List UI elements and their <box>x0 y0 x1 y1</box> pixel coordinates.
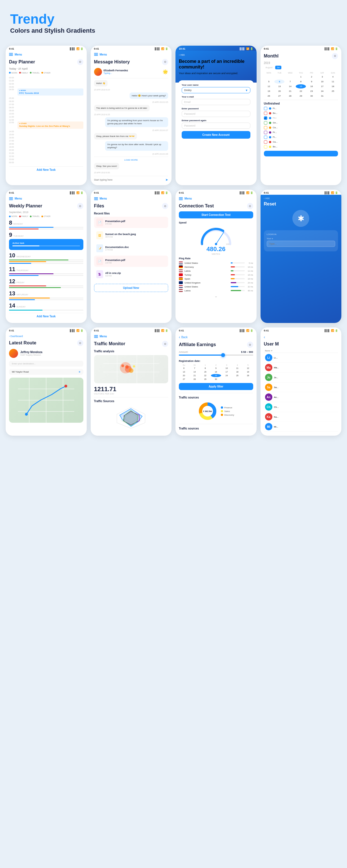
email-input[interactable] <box>182 99 250 105</box>
svg-text:40: 40 <box>212 227 214 229</box>
registration-calendar: Su 31 1 2 3 4 5 6 7 8 9 10 11 12 13 14 1… <box>179 364 253 381</box>
expand-icon[interactable]: ⌄ <box>214 293 218 298</box>
action-button[interactable] <box>264 151 338 156</box>
file-item[interactable]: 🗜 All in one.zip 319 KB <box>94 269 168 280</box>
destination-input[interactable]: Enter your destination... <box>9 361 83 367</box>
file-item[interactable]: 📄 Presentation.pdf 379 KB <box>94 217 168 228</box>
settings-button[interactable]: ⚙ <box>247 342 253 348</box>
divider <box>94 78 168 79</box>
file-item[interactable]: 📄 Presentation.pdf 134 KB <box>94 256 168 267</box>
create-account-button[interactable]: Create New Account <box>182 131 250 138</box>
back-nav[interactable]: ‹ Dashboard <box>9 335 23 338</box>
table-row[interactable]: Ma Ma... <box>264 363 338 373</box>
time-slot-work: 04:00 ● WORK FITC Toronto 2018 <box>9 89 83 96</box>
file-icon-img: 🖼 <box>96 231 103 239</box>
file-icon-pdf: 📄 <box>96 218 103 226</box>
menu-icon[interactable] <box>94 335 98 338</box>
reset-icon: ✱ <box>292 210 309 227</box>
menu-icon[interactable] <box>179 197 183 200</box>
apply-filter-button[interactable]: Apply filter <box>179 383 253 390</box>
signal-icon: ▌▌▌ <box>325 329 330 332</box>
svg-point-12 <box>64 385 67 388</box>
table-row[interactable]: Jo Jo... <box>264 373 338 382</box>
menu-icon[interactable] <box>9 53 13 56</box>
flag-us <box>179 285 183 288</box>
connection-test-screen: 9:41 ▌▌▌ 📶 🔋 Menu Connection Test ⚙ Star… <box>176 190 257 323</box>
status-bar: 9:41 ▌▌▌ 📶 🔋 <box>260 328 342 333</box>
flag-gb <box>179 281 183 284</box>
battery-icon: 🔋 <box>165 191 168 194</box>
settings-button[interactable]: ⚙ <box>332 53 338 59</box>
settings-button[interactable]: ⚙ <box>247 203 253 209</box>
battery-icon: 🔋 <box>250 191 253 194</box>
flag-lv <box>179 270 183 272</box>
settings-button[interactable]: ⚙ <box>77 59 83 65</box>
file-item[interactable]: 🖼 Sunset on the beach.jpeg 4870 KB <box>94 230 168 241</box>
file-item[interactable]: 📝 Documentation.doc 1776 KB <box>94 243 168 254</box>
table-row[interactable]: Mi Mi... <box>264 422 338 432</box>
settings-button[interactable]: ⚙ <box>77 340 83 346</box>
signal-icon: ▌▌▌ <box>155 329 160 332</box>
confirm-password-input[interactable] <box>182 123 250 129</box>
task-item: Ca... <box>264 126 338 129</box>
signal-icon: ▌▌▌ <box>155 191 160 194</box>
nav-bar: Menu <box>94 335 168 338</box>
month-btn-sep[interactable]: Se <box>275 66 281 69</box>
message-input-row[interactable]: ➤ <box>94 176 168 182</box>
message-bubble: I'm picking up something from your mom's… <box>105 117 168 127</box>
amount-slider[interactable] <box>179 354 253 355</box>
week-day: 11 THURSDAY <box>9 266 83 276</box>
flag-lv <box>179 289 183 292</box>
wifi-icon: 📶 <box>161 191 164 194</box>
divider <box>264 100 338 100</box>
settings-button[interactable]: ⚙ <box>162 341 168 347</box>
send-icon[interactable]: ➤ <box>165 178 168 182</box>
month-btn-aug[interactable]: August <box>264 66 274 69</box>
avatar: Ka <box>265 413 272 421</box>
table-row[interactable]: Sa Sa... <box>264 382 338 392</box>
wifi-icon: 📶 <box>246 191 249 194</box>
latest-route-screen: 9:41 ▌▌▌ 📶 🔋 ‹ Dashboard Latest Route ⚙ <box>6 328 87 436</box>
week-day: 9 TUESDAY Active task <box>9 231 83 250</box>
menu-icon[interactable] <box>94 53 98 56</box>
files-screen: 9:41 ▌▌▌ 📶 🔋 Menu Files ⚙ Recent files <box>91 190 172 323</box>
back-nav[interactable]: ‹ <box>264 335 338 339</box>
status-bar: 9:41 ▌▌▌ 📶 🔋 <box>91 328 172 333</box>
wifi-icon: 📶 <box>161 329 164 332</box>
signal-icon: ▌▌▌ <box>240 48 245 50</box>
back-icon: ‹ <box>264 197 265 200</box>
battery-icon: 🔋 <box>250 48 253 50</box>
table-row[interactable]: An An... <box>264 392 338 402</box>
back-nav[interactable]: ‹ HIX <box>264 197 338 200</box>
status-bar: 9:41 ▌▌▌ 📶 🔋 <box>6 45 87 51</box>
signal-icon: ▌▌▌ <box>155 48 160 50</box>
settings-button[interactable]: ⚙ <box>162 59 168 65</box>
table-row[interactable]: Ch Ch... <box>264 402 338 412</box>
current-location: 987 Naylor Road ⊕ <box>9 369 83 375</box>
message-input[interactable] <box>94 178 164 181</box>
settings-button[interactable]: ⚙ <box>77 203 83 209</box>
table-row[interactable]: Ka Ka... <box>264 412 338 422</box>
add-task-button[interactable]: Add New Task <box>9 313 83 319</box>
add-task-button[interactable]: Add New Task <box>9 166 83 173</box>
back-nav[interactable]: ‹ Back <box>179 335 253 339</box>
password-input[interactable] <box>182 111 250 117</box>
wifi-icon: 📶 <box>246 48 249 50</box>
avatar: An <box>265 394 272 401</box>
wifi-icon: 📶 <box>331 191 334 194</box>
svg-text:100: 100 <box>226 243 229 245</box>
upload-button[interactable]: Upload New <box>94 284 168 292</box>
table-row[interactable]: Li Li... <box>264 353 338 363</box>
user-table: Name ▼ Li Li... <box>264 349 338 432</box>
username-input[interactable] <box>182 87 250 93</box>
flag-es <box>179 277 183 280</box>
reset-email-input[interactable] <box>267 241 336 247</box>
menu-icon[interactable] <box>94 197 98 200</box>
menu-icon[interactable] <box>9 197 13 200</box>
settings-button[interactable]: ⚙ <box>162 203 168 209</box>
monthly-calendar-screen: 9:41 ▌▌▌ 📶 🔋 Monthl ⚙ 2019 August Se MON… <box>260 45 342 185</box>
start-connection-button[interactable]: Start Connection Test <box>179 211 253 218</box>
back-nav[interactable]: ‹ HIX <box>179 54 253 56</box>
ping-row: Latvia 48 ms <box>179 289 253 292</box>
divider <box>94 397 168 397</box>
